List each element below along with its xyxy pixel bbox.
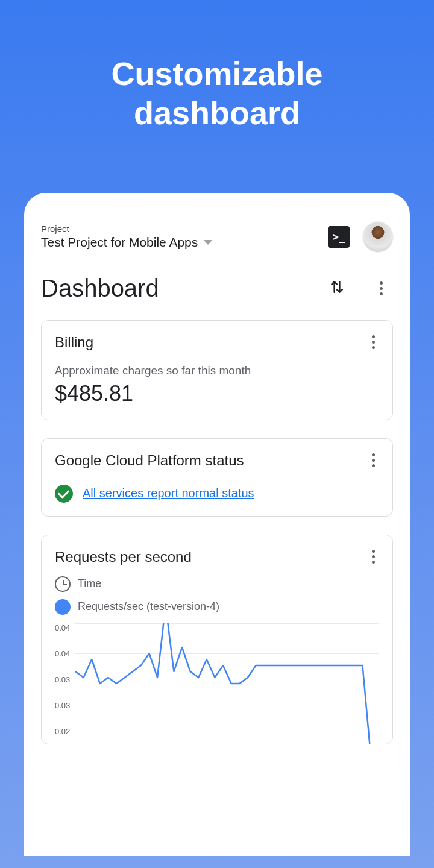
y-tick: 0.02 [55,727,70,736]
project-selector-row: Project Test Project for Mobile Apps >_ [41,222,393,252]
hero-title: Customizable dashboard [0,0,434,133]
series-color-icon [55,599,71,615]
billing-card-menu-icon[interactable] [367,335,379,349]
chevron-down-icon [204,240,212,245]
more-menu-icon[interactable] [375,281,387,295]
phone-frame: Project Test Project for Mobile Apps >_ … [24,193,410,856]
y-tick: 0.04 [55,649,70,658]
hero-line1: Customizable [0,54,434,93]
billing-card[interactable]: Billing Approximate charges so far this … [41,320,393,420]
clock-icon [55,576,71,592]
billing-subtitle: Approximate charges so far this month [55,364,379,377]
requests-card[interactable]: Requests per second Time Requests/sec (t… [41,535,393,744]
legend-series-label: Requests/sec (test-version-4) [78,600,219,613]
y-tick: 0.04 [55,623,70,632]
y-tick: 0.03 [55,675,70,684]
page-title: Dashboard [41,275,159,302]
title-row: Dashboard [41,275,393,302]
legend-time-label: Time [78,577,101,590]
status-title: Google Cloud Platform status [55,452,244,469]
reorder-icon[interactable] [329,279,345,297]
status-card-menu-icon[interactable] [367,453,379,467]
requests-card-menu-icon[interactable] [367,550,379,564]
legend-series: Requests/sec (test-version-4) [55,599,379,615]
chart-area [75,623,379,744]
avatar[interactable] [363,222,393,252]
requests-title: Requests per second [55,549,192,565]
project-name: Test Project for Mobile Apps [41,235,198,250]
check-circle-icon [55,485,73,503]
chart: 0.04 0.04 0.03 0.03 0.02 [55,623,379,744]
hero-line2: dashboard [0,93,434,133]
project-dropdown[interactable]: Test Project for Mobile Apps [41,235,328,250]
cloud-shell-icon[interactable]: >_ [328,226,350,248]
status-card[interactable]: Google Cloud Platform status All service… [41,438,393,517]
project-label: Project [41,224,328,234]
billing-amount: $485.81 [55,381,379,406]
y-axis: 0.04 0.04 0.03 0.03 0.02 [55,623,75,744]
status-link[interactable]: All services report normal status [83,486,254,500]
legend-time: Time [55,576,379,592]
y-tick: 0.03 [55,701,70,710]
billing-title: Billing [55,334,93,351]
